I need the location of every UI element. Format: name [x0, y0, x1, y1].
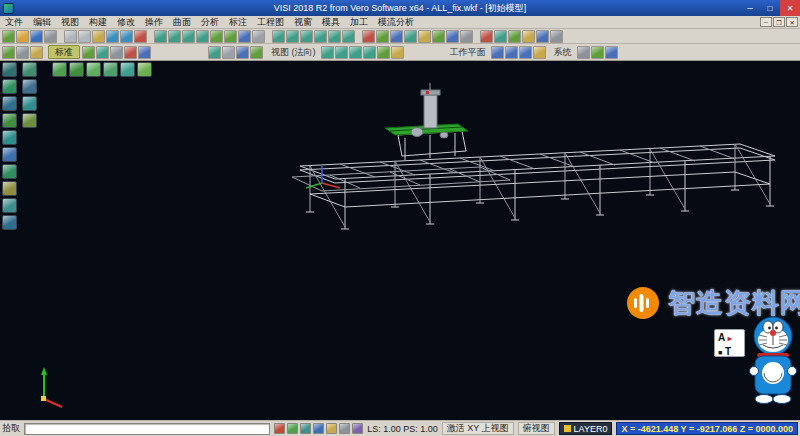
undo-icon[interactable] [106, 30, 119, 43]
child-restore-button[interactable]: ❐ [773, 17, 785, 27]
snap-center-icon[interactable] [300, 423, 311, 434]
point-icon[interactable] [362, 30, 375, 43]
shaded-view-icon[interactable] [238, 30, 251, 43]
front-view-icon[interactable] [300, 30, 313, 43]
maximize-button[interactable]: □ [760, 0, 780, 16]
tab-standard[interactable]: 标准 [48, 45, 80, 59]
view-normal-icon[interactable] [377, 46, 390, 59]
menu-视窗[interactable]: 视窗 [289, 16, 317, 29]
zoom-window-icon[interactable] [182, 30, 195, 43]
bottom-view-icon[interactable] [342, 30, 355, 43]
menu-文件[interactable]: 文件 [0, 16, 28, 29]
dynamic-rotate-icon[interactable] [250, 46, 263, 59]
right-view-icon[interactable] [314, 30, 327, 43]
zoom-in-icon[interactable] [154, 30, 167, 43]
menu-构建[interactable]: 构建 [84, 16, 112, 29]
redo-icon[interactable] [120, 30, 133, 43]
curve-icon[interactable] [432, 30, 445, 43]
copy-icon[interactable] [78, 30, 91, 43]
workplane-indicator[interactable]: 激活 XY 上视图 [442, 422, 514, 435]
arc-icon[interactable] [390, 30, 403, 43]
extend-icon[interactable] [494, 30, 507, 43]
child-close-button[interactable]: ✕ [786, 17, 798, 27]
linetype-icon[interactable] [138, 46, 151, 59]
wireframe-view-icon[interactable] [252, 30, 265, 43]
layer-on-icon[interactable] [96, 46, 109, 59]
workplane-custom-icon[interactable] [533, 46, 546, 59]
surface-icon[interactable] [446, 30, 459, 43]
database-icon[interactable] [591, 46, 604, 59]
fillet-icon[interactable] [508, 30, 521, 43]
menu-加工[interactable]: 加工 [345, 16, 373, 29]
menu-标注[interactable]: 标注 [224, 16, 252, 29]
layer-manager-icon[interactable] [82, 46, 95, 59]
workplane-zx-icon[interactable] [519, 46, 532, 59]
delete-icon[interactable] [134, 30, 147, 43]
select-icon[interactable] [2, 46, 15, 59]
snap-intersect-icon[interactable] [313, 423, 324, 434]
print-icon[interactable] [44, 30, 57, 43]
open-icon[interactable] [16, 30, 29, 43]
menu-工程图[interactable]: 工程图 [252, 16, 289, 29]
view-previous-icon[interactable] [391, 46, 404, 59]
menu-模具[interactable]: 模具 [317, 16, 345, 29]
snap-end-icon[interactable] [274, 423, 285, 434]
snap-grid-icon[interactable] [326, 423, 337, 434]
close-button[interactable]: ✕ [780, 0, 800, 16]
snap-mid-icon[interactable] [287, 423, 298, 434]
circle-icon[interactable] [404, 30, 417, 43]
zoom-fit-icon[interactable] [196, 30, 209, 43]
workplane-yz-icon[interactable] [505, 46, 518, 59]
render-wire-icon[interactable] [222, 46, 235, 59]
line-icon[interactable] [376, 30, 389, 43]
menu-视图[interactable]: 视图 [56, 16, 84, 29]
red-arrow-icon: ▸ [728, 334, 732, 343]
new-icon[interactable] [2, 30, 15, 43]
settings-icon[interactable] [577, 46, 590, 59]
view-side-icon[interactable] [363, 46, 376, 59]
render-hidden-icon[interactable] [236, 46, 249, 59]
view-iso-icon[interactable] [321, 46, 334, 59]
save-icon[interactable] [30, 30, 43, 43]
view-front-icon[interactable] [349, 46, 362, 59]
viewport-3d[interactable]: 智造资料网 A ▸ ■ T [0, 61, 800, 420]
layer-off-icon[interactable] [110, 46, 123, 59]
layer-selector[interactable]: LAYER0 [559, 422, 613, 435]
snap-icon[interactable] [30, 46, 43, 59]
color-icon[interactable] [124, 46, 137, 59]
pan-icon[interactable] [210, 30, 223, 43]
grid-icon[interactable] [16, 46, 29, 59]
minimize-button[interactable]: ─ [740, 0, 760, 16]
workplane-xy-icon[interactable] [491, 46, 504, 59]
menu-模流分析[interactable]: 模流分析 [373, 16, 419, 29]
zoom-out-icon[interactable] [168, 30, 181, 43]
rotate-view-icon[interactable] [224, 30, 237, 43]
menu-修改[interactable]: 修改 [112, 16, 140, 29]
solid-icon[interactable] [460, 30, 473, 43]
view-top-icon[interactable] [335, 46, 348, 59]
render-shaded-icon[interactable] [208, 46, 221, 59]
chamfer-icon[interactable] [522, 30, 535, 43]
trim-icon[interactable] [480, 30, 493, 43]
toolbar-spacer [156, 52, 206, 53]
track-mode-icon[interactable] [352, 423, 363, 434]
menu-曲面[interactable]: 曲面 [168, 16, 196, 29]
rectangle-icon[interactable] [418, 30, 431, 43]
top-view-icon[interactable] [286, 30, 299, 43]
iso-view-icon[interactable] [272, 30, 285, 43]
view-indicator[interactable]: 俯视图 [518, 422, 555, 435]
measure-icon[interactable] [536, 30, 549, 43]
command-input[interactable] [24, 423, 270, 435]
menu-分析[interactable]: 分析 [196, 16, 224, 29]
toolbar-group [272, 30, 355, 43]
back-view-icon[interactable] [328, 30, 341, 43]
menu-编辑[interactable]: 编辑 [28, 16, 56, 29]
menu-操作[interactable]: 操作 [140, 16, 168, 29]
paste-icon[interactable] [92, 30, 105, 43]
help-icon[interactable] [605, 46, 618, 59]
child-minimize-button[interactable]: ─ [760, 17, 772, 27]
properties-icon[interactable] [550, 30, 563, 43]
ortho-mode-icon[interactable] [339, 423, 350, 434]
cut-icon[interactable] [64, 30, 77, 43]
title-bar: VISI 2018 R2 from Vero Software x64 - AL… [0, 0, 800, 16]
